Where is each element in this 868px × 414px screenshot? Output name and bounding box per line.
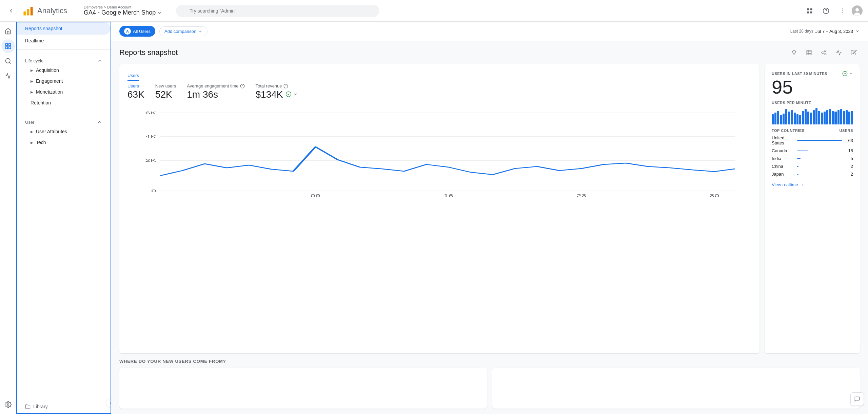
nav-tech[interactable]: ▶ Tech [17,137,111,148]
nav-retention[interactable]: Retention [17,97,111,108]
nav-section-user: User [17,114,111,126]
mini-bar-item [846,110,848,124]
country-bar [797,151,808,151]
svg-rect-17 [5,44,7,46]
rail-explore[interactable] [1,54,15,68]
analytics-logo [22,5,34,17]
metric-revenue-with-actions: $134K [256,88,298,100]
mini-bar-item [843,111,845,124]
nav-acquisition[interactable]: ▶ Acquisition [17,65,111,76]
users-per-min-label: USERS PER MINUTE [772,101,853,105]
nav-divider-2 [17,111,111,111]
date-range[interactable]: Last 28 days Jul 7 – Aug 3, 2023 [790,29,860,34]
country-bar-wrap [797,174,842,175]
svg-text:30: 30 [709,194,719,198]
svg-text:09: 09 [311,194,321,198]
search-input[interactable] [176,5,379,17]
mini-bar-item [834,112,836,124]
country-name: India [772,156,794,161]
analytics-button[interactable] [833,46,845,59]
avatar[interactable] [852,5,863,16]
nav-monetization[interactable]: ▶ Monetization [17,86,111,97]
mini-bar-item [851,111,853,124]
revenue-dropdown-icon[interactable] [293,92,298,97]
rail-home[interactable] [1,24,15,38]
mini-bar-item [821,113,823,124]
bottom-card-1 [119,368,487,409]
add-comparison-button[interactable]: Add comparison [159,26,208,36]
metric-users-value: 63K [127,89,144,100]
revenue-info-icon [283,84,288,88]
country-count: 15 [845,148,853,153]
lifecycle-collapse-icon[interactable] [97,58,102,63]
mini-bar-item [788,112,790,124]
nav-user-attributes[interactable]: ▶ User Attributes [17,126,111,137]
metric-engagement: Average engagement time 1m 36s [187,83,244,100]
mini-bar-item [807,112,809,124]
countries-header: TOP COUNTRIES USERS [772,129,853,133]
dropdown-icon [157,10,162,16]
share-button[interactable] [818,46,830,59]
main-layout: Reports snapshot Realtime Life cycle ▶ A… [0,22,868,414]
all-users-avatar: A [124,28,131,35]
feedback-button[interactable] [850,392,864,406]
top-actions [803,4,863,18]
nav-library[interactable]: Library [17,400,111,413]
nav-engagement[interactable]: ▶ Engagement [17,76,111,86]
edit-button[interactable] [848,46,860,59]
svg-text:0: 0 [151,189,156,193]
realtime-check-icon [842,71,848,76]
svg-point-32 [825,54,826,55]
nav-reports-snapshot[interactable]: Reports snapshot [17,22,111,35]
country-count: 5 [845,156,853,161]
mini-bar-item [810,113,812,124]
svg-rect-5 [807,8,809,10]
country-row: Canada 15 [772,148,853,153]
svg-point-23 [7,404,9,406]
tab-users[interactable]: Users [127,71,139,81]
metric-new-users-label[interactable]: New users [155,83,176,88]
metric-tab-bar: Users [127,71,751,81]
rail-reports[interactable] [1,39,15,53]
rail-advertising[interactable] [1,69,15,83]
svg-rect-8 [810,11,812,13]
mini-bar-item [785,109,787,124]
all-users-chip[interactable]: A All Users [119,26,155,37]
rail-settings[interactable] [1,398,15,411]
metric-revenue-label[interactable]: Total revenue [256,83,298,88]
check-circle-icon [285,91,292,97]
svg-point-31 [822,52,823,54]
mini-bar-item [796,114,798,124]
help-button[interactable] [819,4,833,18]
country-bar-wrap [797,151,842,151]
metric-users-label[interactable]: Users [127,83,144,88]
breadcrumb-main[interactable]: GA4 - Google Merch Shop [84,9,162,16]
country-row: United States 63 [772,135,853,145]
lightbulb-button[interactable] [788,46,800,59]
mini-bar-item [791,110,793,124]
nav-realtime[interactable]: Realtime [17,35,111,47]
cards-row: Users Users 63K New users 52K A [111,61,868,359]
country-bar [797,174,798,175]
metric-engagement-label[interactable]: Average engagement time [187,83,244,88]
back-button[interactable] [5,5,17,17]
svg-text:4K: 4K [145,135,156,139]
nav-section-lifecycle: Life cycle [17,53,111,65]
reports-title: Reports snapshot [119,48,178,57]
view-realtime-link[interactable]: View realtime → [772,182,853,187]
app-title: Analytics [37,6,67,15]
country-bar-wrap [797,166,842,167]
more-button[interactable] [835,4,849,18]
country-name: Canada [772,148,794,153]
breadcrumb: Demoverse > Demo Account GA4 - Google Me… [78,5,162,16]
table-button[interactable] [803,46,815,59]
country-name: Japan [772,172,794,177]
svg-rect-18 [8,44,11,46]
svg-point-13 [842,12,843,13]
svg-text:16: 16 [443,194,454,198]
realtime-dropdown-icon[interactable] [849,72,853,76]
grid-menu-button[interactable] [803,4,816,18]
nav-divider-1 [17,50,111,50]
country-bar [797,158,801,159]
user-collapse-icon[interactable] [97,119,102,125]
